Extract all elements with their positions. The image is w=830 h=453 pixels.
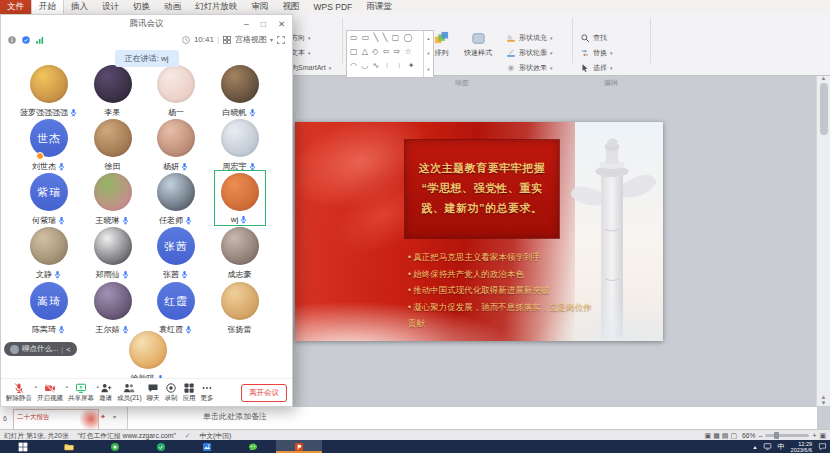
next-slide-icon[interactable]: ▼ [821, 400, 827, 406]
zoom-out-icon[interactable]: – [759, 432, 763, 439]
participant-王尔婧[interactable]: 王尔婧 [81, 282, 145, 335]
view-icon[interactable]: ▦ [713, 432, 720, 439]
slide-thumbnail-panel[interactable]: 6 二十大报告 ✦ ▾ [0, 406, 128, 430]
participant-陈嵩琦[interactable]: 嵩琦陈嵩琦 [17, 282, 81, 335]
menu-tab-设计[interactable]: 设计 [95, 0, 126, 14]
participant-李果[interactable]: 李果 [81, 65, 145, 118]
taskbar-wechat-icon[interactable] [230, 440, 276, 453]
menu-tab-WPS PDF[interactable]: WPS PDF [307, 0, 360, 14]
slide-bullet-list[interactable]: • 真正把马克思主义看家本领学到手• 始终保持共产党人的政治本色• 推动中国式现… [408, 249, 596, 332]
ribbon-item-替换[interactable]: 替换▾ [580, 45, 613, 60]
leave-meeting-button[interactable]: 离开会议 [241, 384, 287, 402]
participant-何紫瑞[interactable]: 紫瑞何紫瑞 [17, 173, 81, 226]
arrange-button[interactable]: 排列 [434, 31, 449, 58]
slide-title-line: 践、建新功”的总要求。 [405, 199, 559, 219]
view-icon[interactable]: ▢ [730, 432, 737, 439]
ribbon-separator [342, 18, 343, 63]
participant-白晓帆[interactable]: 白晓帆 [208, 65, 272, 118]
ribbon-item-形状轮廓[interactable]: 形状轮廓▾ [506, 45, 553, 60]
quick-chat-bubble[interactable]: 聊点什么... | < [4, 342, 77, 356]
language-indicator[interactable]: 中文(中国) [199, 431, 231, 441]
ribbon-item-选择[interactable]: 选择▾ [580, 60, 613, 75]
slide-title-line: 这次主题教育要牢牢把握 [405, 159, 559, 179]
taskbar-app-green-icon[interactable] [92, 440, 138, 453]
zoom-slider-thumb[interactable] [774, 432, 779, 439]
zoom-in-icon[interactable]: + [812, 432, 816, 439]
toolbar-more-button[interactable]: 更多 [201, 382, 214, 403]
zoom-slider[interactable] [765, 434, 809, 437]
toolbar-mic-off-button[interactable]: ▴解除静音 [6, 382, 32, 403]
taskbar-powerpoint-icon[interactable] [276, 440, 322, 453]
menu-tab-切换[interactable]: 切换 [126, 0, 157, 14]
toolbar-cam-off-button[interactable]: ▴开启视频 [37, 382, 63, 403]
quick-styles-button[interactable]: 快速样式 [464, 31, 492, 58]
taskbar-clock[interactable]: 12:29 2023/6/6 [791, 441, 812, 453]
taskbar-start-icon[interactable] [0, 440, 46, 453]
menu-tab-开始[interactable]: 开始 [31, 0, 64, 14]
ime-indicator[interactable]: 中 [778, 442, 785, 452]
taskbar-app-teal-icon[interactable] [138, 440, 184, 453]
participant-周宏宇[interactable]: 周宏宇 [208, 119, 272, 172]
participant-成志豪[interactable]: 成志豪 [208, 227, 272, 280]
slide-counter: 幻灯片 第1张, 共20张 [4, 431, 69, 441]
slide-title-panel[interactable]: 这次主题教育要牢牢把握“学思想、强党性、重实践、建新功”的总要求。 [405, 140, 559, 238]
ribbon-item-形状填充[interactable]: 形状填充▾ [506, 30, 553, 45]
arrange-label: 排列 [435, 48, 449, 58]
toolbar-members-button[interactable]: 成员(21) [117, 382, 142, 403]
participant-袁红霞[interactable]: 红霞袁红霞 [144, 282, 208, 335]
tray-expand-icon[interactable]: ▴ [754, 443, 757, 450]
action-center-icon[interactable] [818, 442, 827, 451]
view-icon[interactable]: ▣ [705, 432, 712, 439]
menu-tab-审阅[interactable]: 审阅 [245, 0, 276, 14]
menu-tab-插入[interactable]: 插入 [64, 0, 95, 14]
toolbar-chat-button[interactable]: 聊天 [147, 382, 160, 403]
spellcheck-icon[interactable]: ✓ [185, 432, 191, 440]
menu-tab-动画[interactable]: 动画 [157, 0, 188, 14]
fit-to-window-icon[interactable]: ▣ [819, 432, 826, 440]
scroll-down-icon[interactable]: ▾ [427, 51, 429, 56]
participant-徐韵琪[interactable]: 徐韵琪 [116, 331, 180, 384]
participant-张扬蕾[interactable]: 张扬蕾 [208, 282, 272, 335]
scrollbar-thumb[interactable] [820, 83, 828, 135]
thumbnail-scroll-down-icon[interactable]: ▾ [113, 413, 116, 420]
avatar: 红霞 [157, 282, 195, 320]
ribbon-item-查找[interactable]: 查找 [580, 30, 613, 45]
slide-thumbnail[interactable]: 二十大报告 [13, 409, 99, 430]
avatar [30, 227, 68, 265]
display-tray-icon[interactable] [763, 442, 772, 451]
toolbar-invite-button[interactable]: 邀请 [99, 382, 112, 403]
toolbar-share-button[interactable]: ▴共享屏幕 [68, 382, 94, 403]
shapes-gallery[interactable]: ▭ ▭ ╲ ╲ ▢ ◯▢ △ ◇ ⇦ ⇨ ☆◠ ◡ ∿ ﹛ ﹜ ✦ ▴ ▾ ▾ [346, 30, 434, 78]
taskbar-photos-icon[interactable] [184, 440, 230, 453]
shapes-scrollbar[interactable]: ▴ ▾ ▾ [423, 31, 433, 77]
participant-wj[interactable]: wj [208, 173, 272, 224]
gallery-expand-icon[interactable]: ▾ [427, 67, 429, 72]
menu-tab-文件[interactable]: 文件 [0, 0, 31, 14]
menu-tab-雨课堂[interactable]: 雨课堂 [359, 0, 399, 14]
scroll-up-icon[interactable]: ▴ [427, 36, 429, 41]
participant-菠萝强强强强[interactable]: 菠萝强强强强 [17, 65, 81, 118]
participant-杨妍[interactable]: 杨妍 [144, 119, 208, 172]
ribbon-item-形状效果[interactable]: 形状效果▾ [506, 60, 553, 75]
avatar: 世杰 [30, 119, 68, 157]
toolbar-apps-button[interactable]: 应用 [183, 382, 196, 403]
participant-王晓琳[interactable]: 王晓琳 [81, 173, 145, 226]
menu-tab-视图[interactable]: 视图 [276, 0, 307, 14]
slide-canvas[interactable]: 这次主题教育要牢牢把握“学思想、强党性、重实践、建新功”的总要求。 • 真正把马… [295, 122, 663, 341]
chat-placeholder[interactable]: 聊点什么... [22, 344, 58, 354]
collapse-chat-icon[interactable]: < [66, 345, 70, 354]
view-icon[interactable]: ▤ [722, 432, 729, 439]
participant-徐田[interactable]: 徐田 [81, 119, 145, 172]
participant-张茜[interactable]: 张茜张茜 [144, 227, 208, 280]
taskbar-explorer-icon[interactable] [46, 440, 92, 453]
menu-tab-幻灯片放映[interactable]: 幻灯片放映 [188, 0, 245, 14]
toolbar-record-button[interactable]: 录制 [165, 382, 178, 403]
participant-任老师[interactable]: 任老师 [144, 173, 208, 226]
participant-文静[interactable]: 文静 [17, 227, 81, 280]
participant-刘世杰[interactable]: 世杰刘世杰 [17, 119, 81, 172]
editing-group-label: 编辑 [604, 78, 618, 88]
participant-郑雨仙[interactable]: 郑雨仙 [81, 227, 145, 280]
view-switcher[interactable]: ▣▦▤▢ [705, 432, 740, 440]
slide-scrollbar[interactable]: ▲ ▲ ▼ [816, 75, 830, 406]
participant-杨一[interactable]: 杨一 [144, 65, 208, 118]
